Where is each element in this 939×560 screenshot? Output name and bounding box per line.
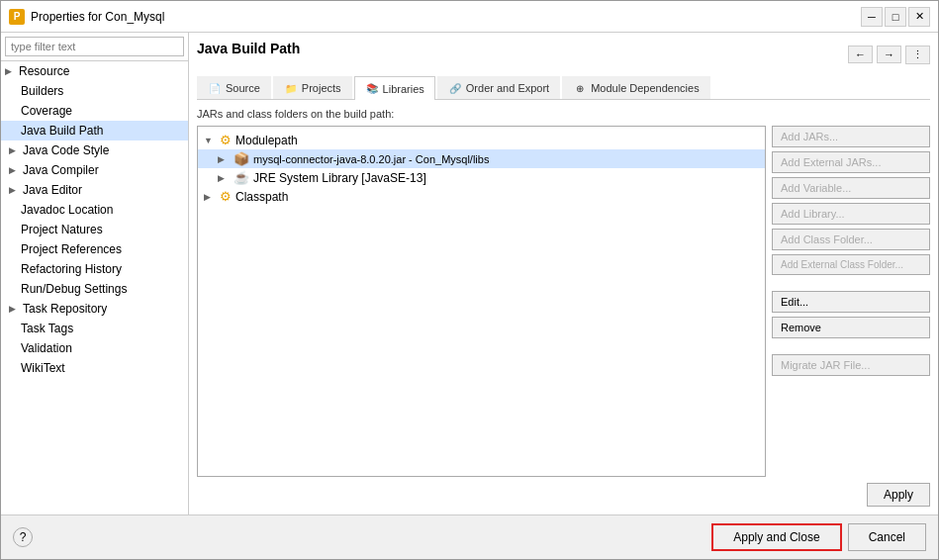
jre-icon: ☕ <box>234 170 249 185</box>
sidebar-label-java-build-path: Java Build Path <box>21 124 103 138</box>
tab-projects[interactable]: 📁 Projects <box>273 76 352 99</box>
projects-tab-icon: 📁 <box>284 81 298 95</box>
sidebar-label-java-editor: Java Editor <box>23 183 82 197</box>
sidebar-item-refactoring-history[interactable]: Refactoring History <box>1 259 188 279</box>
sidebar-label-java-compiler: Java Compiler <box>23 163 99 177</box>
remove-button[interactable]: Remove <box>772 317 930 338</box>
sidebar-label-resource: Resource <box>19 64 69 78</box>
expand-icon-task-repo: ▶ <box>9 304 19 314</box>
expand-icon: ▶ <box>5 66 15 76</box>
module-dep-tab-icon: ⊕ <box>573 81 587 95</box>
expand-modulepath-icon: ▼ <box>204 136 216 145</box>
add-jars-button[interactable]: Add JARs... <box>772 126 930 147</box>
expand-mysql-icon: ▶ <box>218 154 230 164</box>
sidebar-label-project-references: Project References <box>21 242 122 256</box>
tree-item-modulepath[interactable]: ▼ ⚙ Modulepath <box>198 131 765 149</box>
main-content: ▶ Resource Builders Coverage Java Build … <box>1 33 938 514</box>
sidebar-label-builders: Builders <box>21 84 63 98</box>
sidebar: ▶ Resource Builders Coverage Java Build … <box>1 33 189 514</box>
sidebar-label-task-tags: Task Tags <box>21 322 73 335</box>
expand-classpath-icon: ▶ <box>204 192 216 202</box>
sidebar-item-project-references[interactable]: Project References <box>1 239 188 259</box>
sidebar-item-task-repository[interactable]: ▶ Task Repository <box>1 299 188 319</box>
sidebar-item-java-build-path[interactable]: Java Build Path <box>1 121 188 140</box>
nav-forward-button[interactable]: → <box>877 46 901 63</box>
sidebar-item-java-code-style[interactable]: ▶ Java Code Style <box>1 140 188 160</box>
action-buttons: Add JARs... Add External JARs... Add Var… <box>772 126 930 477</box>
sidebar-label-run-debug-settings: Run/Debug Settings <box>21 282 127 296</box>
sidebar-label-project-natures: Project Natures <box>21 223 103 236</box>
sidebar-item-javadoc-location[interactable]: Javadoc Location <box>1 200 188 220</box>
sidebar-item-java-editor[interactable]: ▶ Java Editor <box>1 180 188 200</box>
libraries-tab-icon: 📚 <box>365 82 379 96</box>
title-bar: P Properties for Con_Mysql ─ □ ✕ <box>1 1 938 33</box>
edit-button[interactable]: Edit... <box>772 291 930 313</box>
sidebar-label-validation: Validation <box>21 341 72 355</box>
sidebar-item-coverage[interactable]: Coverage <box>1 101 188 121</box>
apply-close-button[interactable]: Apply and Close <box>711 523 841 551</box>
expand-icon-java-compiler: ▶ <box>9 165 19 175</box>
close-button[interactable]: ✕ <box>908 7 930 27</box>
window-controls: ─ □ ✕ <box>861 7 930 27</box>
order-export-tab-icon: 🔗 <box>448 81 462 95</box>
tab-order-export[interactable]: 🔗 Order and Export <box>437 76 560 99</box>
window-title: Properties for Con_Mysql <box>31 10 164 24</box>
tree-item-classpath[interactable]: ▶ ⚙ Classpath <box>198 187 765 206</box>
filter-box <box>1 33 188 61</box>
sidebar-item-resource[interactable]: ▶ Resource <box>1 61 188 81</box>
build-path-description: JARs and class folders on the build path… <box>197 108 930 120</box>
sidebar-label-javadoc-location: Javadoc Location <box>21 203 113 217</box>
sidebar-item-wikitext[interactable]: WikiText <box>1 358 188 378</box>
classpath-icon: ⚙ <box>220 189 232 204</box>
source-tab-icon: 📄 <box>208 81 222 95</box>
apply-bar: Apply <box>197 477 930 507</box>
add-external-class-folder-button[interactable]: Add External Class Folder... <box>772 254 930 275</box>
filter-input[interactable] <box>5 37 184 56</box>
page-title: Java Build Path <box>197 41 300 60</box>
main-window: P Properties for Con_Mysql ─ □ ✕ ▶ Resou… <box>0 0 939 560</box>
nav-more-button[interactable]: ⋮ <box>905 46 930 64</box>
add-variable-button[interactable]: Add Variable... <box>772 177 930 199</box>
expand-jre-icon: ▶ <box>218 173 230 183</box>
nav-back-button[interactable]: ← <box>848 46 873 63</box>
minimize-button[interactable]: ─ <box>861 7 883 27</box>
sidebar-item-validation[interactable]: Validation <box>1 338 188 358</box>
add-class-folder-button[interactable]: Add Class Folder... <box>772 229 930 250</box>
sidebar-item-builders[interactable]: Builders <box>1 81 188 101</box>
sidebar-item-task-tags[interactable]: Task Tags <box>1 319 188 338</box>
sidebar-item-project-natures[interactable]: Project Natures <box>1 220 188 239</box>
migrate-jar-button[interactable]: Migrate JAR File... <box>772 354 930 376</box>
sidebar-label-java-code-style: Java Code Style <box>23 143 109 157</box>
tab-source[interactable]: 📄 Source <box>197 76 271 99</box>
tree-item-jre[interactable]: ▶ ☕ JRE System Library [JavaSE-13] <box>198 168 765 187</box>
content-main: ▼ ⚙ Modulepath ▶ 📦 mysql-connector-java-… <box>197 126 930 477</box>
sidebar-label-coverage: Coverage <box>21 104 72 118</box>
tab-bar: 📄 Source 📁 Projects 📚 Libraries 🔗 Order … <box>197 76 930 100</box>
jar-icon: 📦 <box>234 151 249 166</box>
build-path-tree: ▼ ⚙ Modulepath ▶ 📦 mysql-connector-java-… <box>197 126 766 477</box>
dialog-action-buttons: Apply and Close Cancel <box>711 523 926 551</box>
add-library-button[interactable]: Add Library... <box>772 203 930 225</box>
maximize-button[interactable]: □ <box>885 7 906 27</box>
sidebar-label-task-repository: Task Repository <box>23 302 107 316</box>
sidebar-item-java-compiler[interactable]: ▶ Java Compiler <box>1 160 188 180</box>
help-button[interactable]: ? <box>13 527 33 547</box>
sidebar-label-refactoring-history: Refactoring History <box>21 262 122 276</box>
apply-button[interactable]: Apply <box>867 483 930 507</box>
window-icon: P <box>9 9 25 25</box>
dialog-footer: ? Apply and Close Cancel <box>1 514 938 559</box>
tree-item-mysql-jar[interactable]: ▶ 📦 mysql-connector-java-8.0.20.jar - Co… <box>198 149 765 168</box>
tab-libraries[interactable]: 📚 Libraries <box>354 76 435 100</box>
expand-icon-java-editor: ▶ <box>9 185 19 195</box>
sidebar-label-wikitext: WikiText <box>21 361 65 375</box>
expand-icon-code-style: ▶ <box>9 145 19 155</box>
add-external-jars-button[interactable]: Add External JARs... <box>772 151 930 173</box>
sidebar-item-run-debug-settings[interactable]: Run/Debug Settings <box>1 279 188 299</box>
tab-module-dependencies[interactable]: ⊕ Module Dependencies <box>562 76 709 99</box>
cancel-button[interactable]: Cancel <box>848 523 926 551</box>
modulepath-icon: ⚙ <box>220 133 232 147</box>
